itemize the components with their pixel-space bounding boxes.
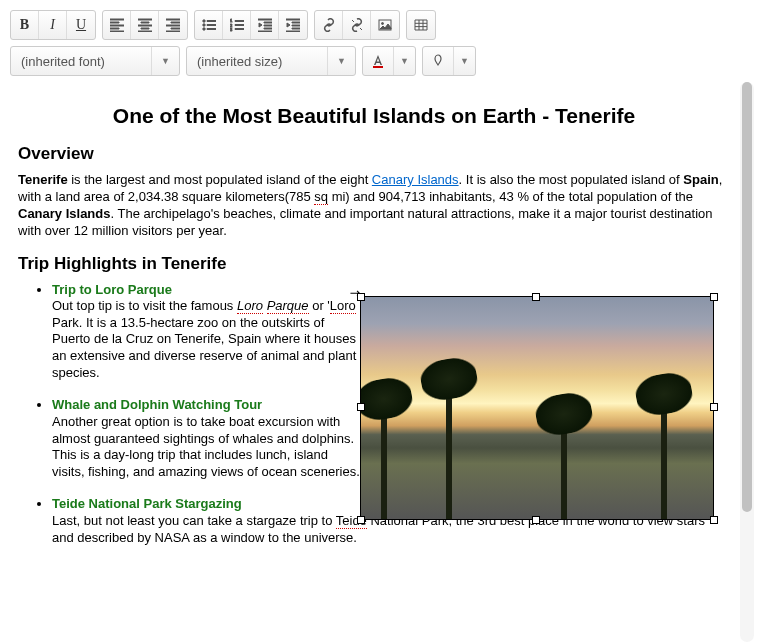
resize-handle-n[interactable] [532,293,540,301]
table-button[interactable] [407,11,435,39]
spell-error: Parque [267,298,309,314]
text-color-main[interactable] [363,47,393,75]
overview-heading: Overview [18,144,730,164]
spain-bold: Spain [683,172,718,187]
align-left-button[interactable] [103,11,131,39]
chevron-down-icon[interactable]: ▼ [327,47,355,75]
resize-handle-ne[interactable] [710,293,718,301]
unordered-list-icon [202,18,216,32]
underline-icon: U [76,17,86,33]
align-right-button[interactable] [159,11,187,39]
editor-content[interactable]: One of the Most Beautiful Islands on Ear… [10,82,738,642]
text-color-button: ▼ [362,46,416,76]
spell-error: Loro [330,298,356,314]
align-right-icon [166,18,180,32]
toolbar-row-2: (inherited font) ▼ (inherited size) ▼ ▼ … [10,46,754,76]
outdent-button[interactable] [251,11,279,39]
image-button[interactable] [371,11,399,39]
indent-icon [286,18,300,32]
bold-button[interactable]: B [11,11,39,39]
item-title: Whale and Dolphin Watching Tour [52,397,262,412]
editor-viewport: One of the Most Beautiful Islands on Ear… [10,82,754,642]
font-family-dropdown[interactable]: (inherited font) ▼ [10,46,180,76]
ordered-list-icon: 123 [230,18,244,32]
unordered-list-button[interactable] [195,11,223,39]
chevron-down-icon[interactable]: ▼ [151,47,179,75]
font-family-label: (inherited font) [11,54,151,69]
font-size-label: (inherited size) [187,54,327,69]
highlight-icon [431,54,445,68]
align-center-icon [138,18,152,32]
unlink-icon [350,18,364,32]
table-icon [414,18,428,32]
svg-point-7 [382,23,384,25]
tenerife-sunset-image [361,297,713,519]
list-indent-group: 123 [194,10,308,40]
canary-islands-link[interactable]: Canary Islands [372,172,459,187]
highlights-heading: Trip Highlights in Tenerife [18,254,730,274]
svg-point-0 [202,20,204,22]
vertical-scrollbar[interactable] [740,82,754,642]
align-left-icon [110,18,124,32]
overview-paragraph: Tenerife is the largest and most populat… [18,172,730,240]
scrollbar-thumb[interactable] [742,82,752,512]
spell-error: Loro [237,298,263,314]
align-center-button[interactable] [131,11,159,39]
italic-icon: I [50,17,55,33]
svg-text:3: 3 [230,27,233,32]
table-group [406,10,436,40]
item-title: Teide National Park Stargazing [52,496,242,511]
resize-handle-s[interactable] [532,516,540,524]
outdent-icon [258,18,272,32]
resize-handle-nw[interactable] [357,293,365,301]
page-title: One of the Most Beautiful Islands on Ear… [18,104,730,128]
bold-icon: B [20,17,29,33]
resize-handle-se[interactable] [710,516,718,524]
toolbar-row-1: B I U 123 [10,10,754,40]
indent-button[interactable] [279,11,307,39]
chevron-down-icon[interactable]: ▼ [393,47,415,75]
item-title: Trip to Loro Parque [52,282,172,297]
ordered-list-button[interactable]: 123 [223,11,251,39]
alignment-group [102,10,188,40]
text-style-group: B I U [10,10,96,40]
tenerife-bold: Tenerife [18,172,68,187]
insert-group [314,10,400,40]
text-color-icon [371,54,385,68]
link-icon [322,18,336,32]
canary-islands-bold: Canary Islands [18,206,111,221]
font-size-dropdown[interactable]: (inherited size) ▼ [186,46,356,76]
highlight-color-button: ▼ [422,46,476,76]
svg-rect-8 [373,66,383,68]
underline-button[interactable]: U [67,11,95,39]
svg-point-1 [202,24,204,26]
spell-error: sq [314,189,328,205]
rich-text-editor: B I U 123 [0,0,764,643]
svg-point-2 [202,28,204,30]
inserted-image-selected[interactable]: ↘ [360,296,714,520]
unlink-button[interactable] [343,11,371,39]
resize-handle-sw[interactable] [357,516,365,524]
chevron-down-icon[interactable]: ▼ [453,47,475,75]
link-button[interactable] [315,11,343,39]
italic-button[interactable]: I [39,11,67,39]
resize-handle-e[interactable] [710,403,718,411]
image-icon [378,18,392,32]
resize-handle-w[interactable] [357,403,365,411]
highlight-color-main[interactable] [423,47,453,75]
